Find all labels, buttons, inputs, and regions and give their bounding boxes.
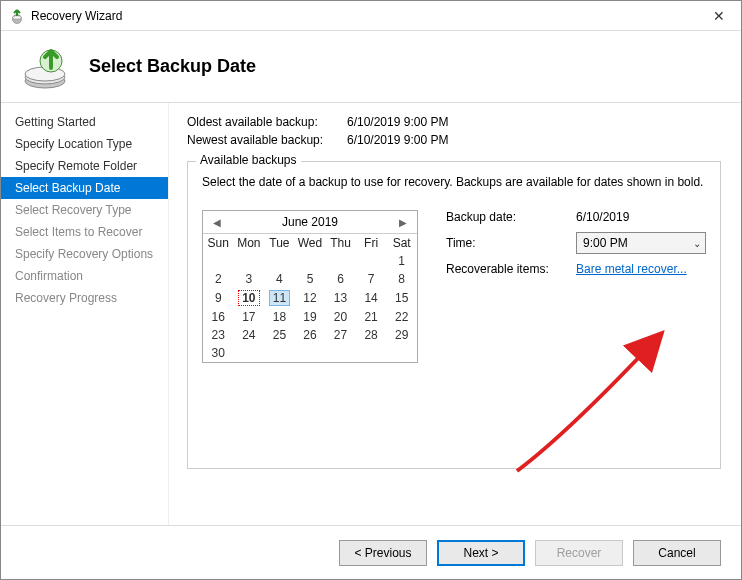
calendar-header: ◀ June 2019 ▶ [203, 211, 417, 234]
titlebar: Recovery Wizard ✕ [1, 1, 741, 31]
calendar-day[interactable]: 25 [264, 326, 295, 344]
wizard-icon [21, 43, 69, 91]
page-title: Select Backup Date [89, 56, 256, 77]
calendar-day[interactable]: 15 [386, 288, 417, 308]
calendar-dow: Mon [234, 234, 265, 252]
step-select-items-to-recover[interactable]: Select Items to Recover [1, 221, 168, 243]
available-backups-group: Available backups Select the date of a b… [187, 161, 721, 469]
calendar-day[interactable]: 14 [356, 288, 387, 308]
calendar-day[interactable]: 22 [386, 308, 417, 326]
calendar-day[interactable]: 27 [325, 326, 356, 344]
calendar-day[interactable]: 30 [203, 344, 234, 362]
time-value: 9:00 PM [583, 236, 628, 250]
app-icon [9, 8, 25, 24]
backup-date-value: 6/10/2019 [576, 210, 629, 224]
step-recovery-progress[interactable]: Recovery Progress [1, 287, 168, 309]
step-select-backup-date[interactable]: Select Backup Date [1, 177, 168, 199]
calendar-day[interactable]: 2 [203, 270, 234, 288]
calendar-day [295, 344, 326, 362]
time-dropdown[interactable]: 9:00 PM ⌄ [576, 232, 706, 254]
backup-details: Backup date: 6/10/2019 Time: 9:00 PM ⌄ R… [446, 210, 706, 363]
calendar-day[interactable]: 1 [386, 252, 417, 270]
calendar-day [325, 344, 356, 362]
newest-backup-value: 6/10/2019 9:00 PM [347, 133, 448, 147]
step-confirmation[interactable]: Confirmation [1, 265, 168, 287]
backup-date-label: Backup date: [446, 210, 576, 224]
recoverable-items-link[interactable]: Bare metal recover... [576, 262, 687, 276]
cancel-button[interactable]: Cancel [633, 540, 721, 566]
calendar-day[interactable]: 19 [295, 308, 326, 326]
calendar-dow: Tue [264, 234, 295, 252]
calendar-day[interactable]: 7 [356, 270, 387, 288]
calendar-day[interactable]: 28 [356, 326, 387, 344]
svg-point-1 [13, 15, 22, 19]
wizard-footer: < Previous Next > Recover Cancel [1, 525, 741, 579]
calendar-day [325, 252, 356, 270]
oldest-backup-row: Oldest available backup: 6/10/2019 9:00 … [187, 115, 721, 129]
calendar-day [356, 252, 387, 270]
calendar-day [386, 344, 417, 362]
calendar-day [234, 252, 265, 270]
calendar[interactable]: ◀ June 2019 ▶ SunMonTueWedThuFriSat 1234… [202, 210, 418, 363]
calendar-dow: Wed [295, 234, 326, 252]
calendar-day[interactable]: 16 [203, 308, 234, 326]
calendar-day [234, 344, 265, 362]
previous-button[interactable]: < Previous [339, 540, 427, 566]
calendar-day[interactable]: 17 [234, 308, 265, 326]
recovery-wizard-window: Recovery Wizard ✕ Select Backup Date Get… [0, 0, 742, 580]
oldest-backup-label: Oldest available backup: [187, 115, 347, 129]
calendar-day[interactable]: 24 [234, 326, 265, 344]
group-description: Select the date of a backup to use for r… [202, 174, 706, 190]
step-specify-recovery-options[interactable]: Specify Recovery Options [1, 243, 168, 265]
close-icon: ✕ [713, 8, 725, 24]
oldest-backup-value: 6/10/2019 9:00 PM [347, 115, 448, 129]
calendar-month-label: June 2019 [282, 215, 338, 229]
calendar-day [264, 344, 295, 362]
calendar-day[interactable]: 26 [295, 326, 326, 344]
step-specify-location-type[interactable]: Specify Location Type [1, 133, 168, 155]
calendar-dow: Sat [386, 234, 417, 252]
calendar-day[interactable]: 29 [386, 326, 417, 344]
calendar-day [203, 252, 234, 270]
calendar-dow: Thu [325, 234, 356, 252]
calendar-day [264, 252, 295, 270]
calendar-day[interactable]: 10 [234, 288, 265, 308]
step-specify-remote-folder[interactable]: Specify Remote Folder [1, 155, 168, 177]
calendar-grid: SunMonTueWedThuFriSat 123456789101112131… [203, 234, 417, 362]
calendar-day[interactable]: 11 [264, 288, 295, 308]
calendar-day[interactable]: 6 [325, 270, 356, 288]
calendar-prev-button[interactable]: ◀ [209, 217, 225, 228]
calendar-dow: Fri [356, 234, 387, 252]
calendar-day[interactable]: 3 [234, 270, 265, 288]
calendar-day [295, 252, 326, 270]
wizard-steps-sidebar: Getting Started Specify Location Type Sp… [1, 103, 169, 525]
calendar-day[interactable]: 23 [203, 326, 234, 344]
newest-backup-label: Newest available backup: [187, 133, 347, 147]
wizard-header: Select Backup Date [1, 31, 741, 103]
calendar-day [356, 344, 387, 362]
calendar-day[interactable]: 9 [203, 288, 234, 308]
calendar-next-button[interactable]: ▶ [395, 217, 411, 228]
calendar-day[interactable]: 8 [386, 270, 417, 288]
next-button[interactable]: Next > [437, 540, 525, 566]
chevron-down-icon: ⌄ [693, 238, 701, 249]
step-getting-started[interactable]: Getting Started [1, 111, 168, 133]
calendar-day[interactable]: 21 [356, 308, 387, 326]
calendar-day[interactable]: 18 [264, 308, 295, 326]
group-title: Available backups [196, 153, 301, 167]
calendar-day[interactable]: 5 [295, 270, 326, 288]
close-button[interactable]: ✕ [696, 1, 741, 30]
calendar-day[interactable]: 20 [325, 308, 356, 326]
calendar-day[interactable]: 12 [295, 288, 326, 308]
recoverable-items-label: Recoverable items: [446, 262, 576, 276]
newest-backup-row: Newest available backup: 6/10/2019 9:00 … [187, 133, 721, 147]
calendar-day[interactable]: 4 [264, 270, 295, 288]
step-select-recovery-type[interactable]: Select Recovery Type [1, 199, 168, 221]
main-content: Oldest available backup: 6/10/2019 9:00 … [169, 103, 741, 525]
calendar-day[interactable]: 13 [325, 288, 356, 308]
window-title: Recovery Wizard [31, 9, 696, 23]
calendar-dow: Sun [203, 234, 234, 252]
wizard-body: Getting Started Specify Location Type Sp… [1, 103, 741, 525]
recover-button: Recover [535, 540, 623, 566]
time-label: Time: [446, 236, 576, 250]
